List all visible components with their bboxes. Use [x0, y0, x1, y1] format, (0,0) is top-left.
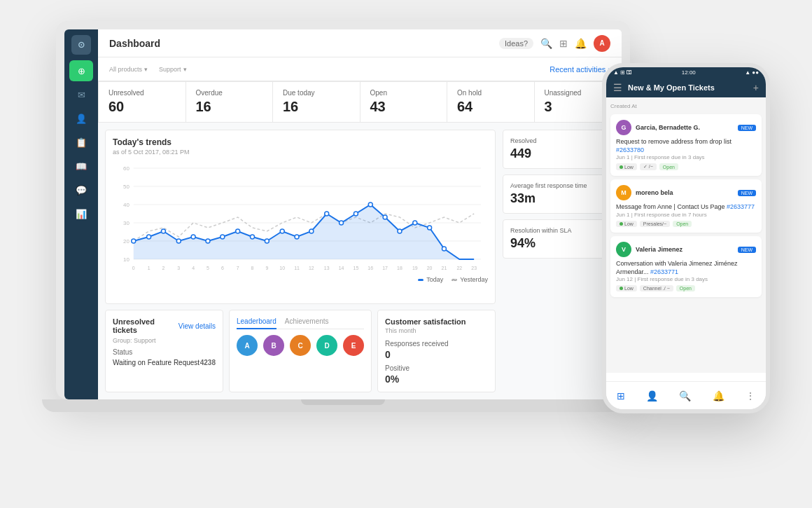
laptop-base: [42, 399, 644, 412]
svg-text:16: 16: [368, 266, 373, 270]
ticket-1-badge: NEW: [738, 125, 756, 131]
ticket-2-badge: NEW: [738, 190, 756, 196]
ticket-2-tags: Low Presales/− Open: [616, 221, 756, 227]
ticket-1-time: Jun 1 | First response due in 3 days: [616, 154, 756, 160]
phone-nav-search-icon[interactable]: 🔍: [679, 390, 691, 401]
chevron-down-icon: ▾: [183, 66, 187, 73]
ticket-2-info: moreno bela: [636, 189, 734, 196]
svg-text:23: 23: [471, 266, 477, 270]
svg-point-26: [325, 212, 329, 216]
laptop-device: ⊙ ⊕ ✉ 👤 📋 📖 💬 📊 Dashboard Ideas? 🔍 ⊞: [56, 21, 630, 455]
chart-area: 60 50 40 30 20 10: [113, 161, 488, 273]
phone-ticket-2[interactable]: M moreno bela NEW Message from Anne | Co…: [610, 179, 762, 233]
lb-avatar-3: C: [290, 335, 311, 356]
sidebar-item-contacts[interactable]: 👤: [69, 108, 93, 129]
svg-point-23: [280, 229, 284, 233]
svg-point-15: [161, 229, 165, 233]
svg-text:8: 8: [251, 266, 254, 270]
chevron-down-icon: ▾: [144, 66, 148, 73]
subnav-all-products[interactable]: All products ▾: [109, 66, 148, 73]
subnav-recent-activities[interactable]: Recent activities ›: [550, 65, 610, 74]
svg-text:11: 11: [294, 266, 300, 270]
phone-content: Created At G Garcia, Bernadette G. NEW R…: [606, 97, 766, 373]
leaderboard-card: Leaderboard Achievements A B C D E: [229, 310, 372, 392]
svg-point-20: [236, 229, 240, 233]
svg-text:5: 5: [206, 266, 209, 270]
search-icon[interactable]: 🔍: [540, 38, 552, 49]
legend-yesterday: Yesterday: [451, 276, 488, 283]
ticket-3-subject: Conversation with Valeria Jimenez Jiméne…: [616, 260, 756, 276]
svg-point-29: [368, 202, 372, 207]
ticket-3-info: Valeria Jimenez: [636, 246, 734, 253]
ticket-3-badge: NEW: [738, 247, 756, 253]
phone-bottom-nav: ⊞ 👤 🔍 🔔 ⋮: [606, 381, 766, 409]
satisfaction-value-1: 0: [385, 349, 488, 360]
chart-legend: Today Yesterday: [113, 276, 488, 283]
view-details-link[interactable]: View details: [178, 322, 216, 330]
topbar-actions: Ideas? 🔍 ⊞ 🔔 A: [499, 35, 610, 52]
phone-add-icon[interactable]: +: [753, 82, 759, 93]
svg-text:17: 17: [382, 266, 388, 270]
ticket-2-time: Jun 1 | First response due in 7 hours: [616, 212, 756, 218]
ticket-3-tags: Low Channel ./ − Open: [616, 285, 756, 291]
svg-point-24: [295, 235, 299, 239]
ideas-button[interactable]: Ideas?: [499, 38, 533, 49]
svg-text:30: 30: [123, 220, 130, 226]
phone-menu-icon[interactable]: ☰: [613, 82, 622, 93]
svg-text:15: 15: [354, 266, 359, 270]
svg-point-13: [132, 239, 136, 243]
svg-point-18: [206, 239, 210, 243]
right-stat-resolved: Resolved 449: [503, 130, 615, 169]
satisfaction-title: Customer satisfaction: [385, 317, 488, 326]
svg-point-30: [383, 215, 387, 219]
lb-avatar-1: A: [237, 335, 258, 356]
left-panel: Today's trends as of 5 Oct 2017, 08:21 P…: [105, 130, 496, 392]
svg-text:2: 2: [162, 266, 165, 270]
svg-text:14: 14: [339, 266, 344, 270]
sidebar: ⊙ ⊕ ✉ 👤 📋 📖 💬 📊: [64, 29, 98, 399]
svg-point-31: [398, 229, 402, 233]
leaderboard-avatars: A B C D E: [237, 335, 364, 356]
tab-leaderboard[interactable]: Leaderboard: [237, 317, 276, 329]
svg-text:10: 10: [279, 266, 285, 270]
svg-point-16: [176, 239, 181, 243]
phone-ticket-1[interactable]: G Garcia, Bernadette G. NEW Request to r…: [610, 114, 762, 176]
chart-card: Today's trends as of 5 Oct 2017, 08:21 P…: [105, 130, 496, 304]
svg-text:12: 12: [309, 266, 314, 270]
phone-nav-bell-icon[interactable]: 🔔: [713, 390, 724, 401]
user-avatar[interactable]: A: [594, 35, 610, 52]
svg-text:7: 7: [237, 266, 239, 270]
topbar: Dashboard Ideas? 🔍 ⊞ 🔔 A: [98, 29, 622, 57]
svg-text:22: 22: [456, 266, 462, 270]
satisfaction-card: Customer satisfaction This month Respons…: [377, 310, 496, 392]
bottom-panels: Unresolved tickets View details Group: S…: [105, 310, 496, 392]
phone-header: ☰ New & My Open Tickets +: [606, 78, 766, 97]
right-stat-response-time: Average first response time 33m: [503, 174, 615, 214]
svg-text:13: 13: [324, 266, 330, 270]
sidebar-item-dashboard[interactable]: ⊕: [69, 60, 93, 81]
sidebar-item-analytics[interactable]: 📊: [69, 203, 93, 224]
ticket-2-top: M moreno bela NEW: [616, 185, 756, 200]
phone-nav-agents-icon[interactable]: 👤: [646, 390, 658, 401]
stats-row: Unresolved 60 Overdue 16 Due today 16 Op…: [98, 81, 622, 123]
phone-nav-more-icon[interactable]: ⋮: [746, 390, 755, 401]
chart-title: Today's trends: [113, 137, 488, 147]
sidebar-item-reports[interactable]: 📋: [69, 132, 93, 153]
sidebar-item-email[interactable]: ✉: [69, 84, 93, 105]
ticket-3-time: Jun 12 | First response due in 3 days: [616, 276, 756, 282]
notification-icon[interactable]: 🔔: [575, 38, 587, 49]
svg-text:4: 4: [192, 266, 195, 270]
sidebar-item-chat[interactable]: 💬: [69, 179, 93, 200]
phone-ticket-3[interactable]: V Valeria Jimenez NEW Conversation with …: [610, 236, 762, 297]
satisfaction-metric-2: Positive: [385, 364, 488, 372]
subnav-support[interactable]: Support ▾: [159, 66, 187, 73]
phone-nav-tickets-icon[interactable]: ⊞: [617, 390, 625, 401]
svg-text:18: 18: [397, 266, 402, 270]
add-icon[interactable]: ⊞: [559, 38, 568, 49]
ticket-3-top: V Valeria Jimenez NEW: [616, 242, 756, 257]
svg-text:10: 10: [123, 256, 130, 263]
sidebar-item-knowledge[interactable]: 📖: [69, 156, 93, 177]
laptop-notch: [301, 399, 385, 405]
tab-achievements[interactable]: Achievements: [285, 317, 329, 329]
right-panel: Resolved 449 Average first response time…: [503, 130, 615, 392]
